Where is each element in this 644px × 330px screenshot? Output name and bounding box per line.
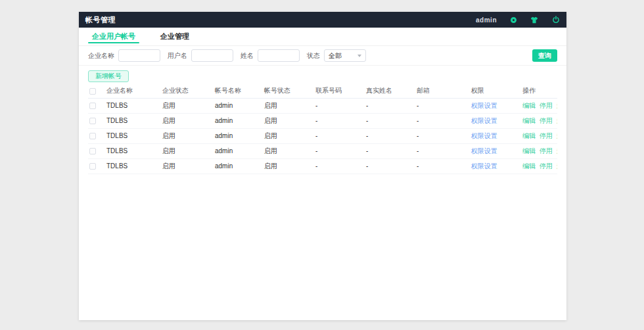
table-row: TDLBS启用admin启用---权限设置编辑停用删除 [88,143,557,158]
topbar-right: admin [476,15,560,24]
company-name-label: 企业名称 [88,51,114,60]
cell-account-name: admin [214,158,263,174]
cell-contact-number: - [314,98,365,113]
tab-enterprise-management[interactable]: 企业管理 [160,28,189,45]
col-account-name: 帐号名称 [214,84,263,98]
gear-icon-glyph [511,17,517,23]
permission-settings-link[interactable]: 权限设置 [471,117,497,124]
accounts-table: 企业名称 企业状态 帐号名称 帐号状态 联系号码 真实姓名 邮箱 权限 操作 T… [88,84,557,174]
table-header-row: 企业名称 企业状态 帐号名称 帐号状态 联系号码 真实姓名 邮箱 权限 操作 [88,84,557,98]
cell-company-name: TDLBS [105,113,161,128]
permission-settings-link[interactable]: 权限设置 [471,147,497,154]
cell-real-name: - [365,143,415,158]
action-disable-link[interactable]: 停用 [540,132,553,139]
action-disable-link[interactable]: 停用 [540,117,553,124]
cell-account-name: admin [214,113,263,128]
action-edit-link[interactable]: 编辑 [522,162,536,170]
col-operations: 操作 [521,84,557,98]
action-delete-link[interactable]: 删除 [557,162,557,170]
row-checkbox[interactable] [89,148,96,154]
shirt-icon[interactable] [530,15,538,24]
accounts-table-wrapper: 企业名称 企业状态 帐号名称 帐号状态 联系号码 真实姓名 邮箱 权限 操作 T… [79,84,566,174]
current-user-label[interactable]: admin [476,16,497,24]
row-checkbox[interactable] [89,133,96,139]
status-select[interactable]: 全部 [324,49,366,62]
cell-contact-number: - [314,113,365,128]
col-permissions: 权限 [470,84,521,98]
table-row: TDLBS启用admin启用---权限设置编辑停用删除 [88,128,557,143]
cell-email: - [415,128,470,143]
page-title: 帐号管理 [85,15,116,25]
row-checkbox[interactable] [89,103,96,109]
cell-company-status: 启用 [161,113,214,128]
search-button[interactable]: 查询 [532,49,557,62]
action-edit-link[interactable]: 编辑 [522,132,536,139]
company-name-field-group: 企业名称 [88,49,160,62]
cell-account-status: 启用 [263,128,314,143]
action-edit-link[interactable]: 编辑 [522,102,536,109]
name-field-group: 姓名 [241,49,300,62]
action-disable-link[interactable]: 停用 [540,162,553,170]
col-contact-number: 联系号码 [314,84,365,98]
action-delete-link[interactable]: 删除 [557,147,557,154]
username-input[interactable] [191,49,233,62]
row-checkbox[interactable] [89,118,96,124]
cell-real-name: - [365,113,415,128]
table-body: TDLBS启用admin启用---权限设置编辑停用删除TDLBS启用admin启… [88,98,557,174]
cell-account-status: 启用 [263,98,314,113]
cell-email: - [415,158,470,174]
cell-account-status: 启用 [263,143,314,158]
cell-company-status: 启用 [161,128,214,143]
status-field-group: 状态 全部 [307,49,366,62]
chevron-down-icon [357,55,361,57]
power-icon-glyph [552,16,560,24]
status-select-value: 全部 [329,51,357,60]
cell-company-status: 启用 [161,98,214,113]
action-disable-link[interactable]: 停用 [540,102,553,109]
power-icon[interactable] [552,15,560,24]
permission-settings-link[interactable]: 权限设置 [471,162,497,170]
tab-bar: 企业用户帐号 企业管理 [79,28,566,46]
cell-account-status: 启用 [263,113,314,128]
cell-company-name: TDLBS [105,143,161,158]
main-panel: 帐号管理 admin 企业用户帐号 企业管理 企业名称 [79,12,566,320]
tab-enterprise-user-account[interactable]: 企业用户帐号 [92,28,135,45]
cell-account-status: 启用 [263,158,314,174]
company-name-input[interactable] [118,49,160,62]
action-disable-link[interactable]: 停用 [540,147,553,154]
status-label: 状态 [307,51,320,60]
cell-contact-number: - [314,158,365,174]
permission-settings-link[interactable]: 权限设置 [471,132,497,139]
cell-contact-number: - [314,143,365,158]
page-background: { "topbar": { "title": "帐号管理", "username… [0,0,644,330]
col-company-status: 企业状态 [161,84,214,98]
action-delete-link[interactable]: 删除 [557,102,557,109]
shirt-icon-glyph [530,16,538,24]
col-account-status: 帐号状态 [263,84,314,98]
col-company-name: 企业名称 [105,84,161,98]
cell-real-name: - [365,128,415,143]
row-checkbox[interactable] [89,163,96,170]
table-row: TDLBS启用admin启用---权限设置编辑停用删除 [88,98,557,113]
cell-company-status: 启用 [161,143,214,158]
col-real-name: 真实姓名 [365,84,415,98]
cell-company-name: TDLBS [105,158,161,174]
search-filter-bar: 企业名称 用户名 姓名 状态 全部 查询 [79,46,566,66]
cell-account-name: admin [214,98,263,113]
add-account-button[interactable]: 新增帐号 [88,70,129,82]
cell-real-name: - [365,98,415,113]
cell-email: - [415,113,470,128]
table-row: TDLBS启用admin启用---权限设置编辑停用删除 [88,158,557,174]
gear-icon[interactable] [511,15,517,24]
cell-account-name: admin [214,143,263,158]
permission-settings-link[interactable]: 权限设置 [471,102,497,109]
name-input[interactable] [258,49,300,62]
toolbar: 新增帐号 [79,68,566,84]
cell-real-name: - [365,158,415,174]
action-delete-link[interactable]: 删除 [557,132,557,139]
select-all-checkbox[interactable] [89,88,96,95]
cell-company-status: 启用 [161,158,214,174]
action-delete-link[interactable]: 删除 [557,117,557,124]
action-edit-link[interactable]: 编辑 [522,147,536,154]
action-edit-link[interactable]: 编辑 [522,117,536,124]
